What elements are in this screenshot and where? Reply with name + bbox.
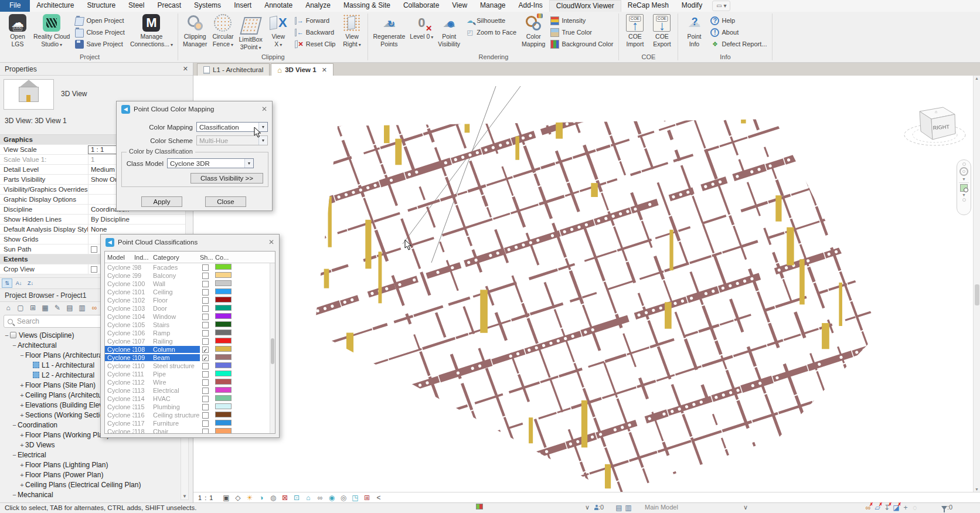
show-checkbox[interactable] bbox=[202, 305, 209, 312]
ribbon-button-view-right[interactable]: ViewRight▾ bbox=[338, 12, 365, 47]
expander-icon[interactable]: + bbox=[19, 412, 25, 419]
browser-views-icon[interactable]: ▥ bbox=[77, 303, 87, 313]
horizontal-scrollbar[interactable] bbox=[422, 493, 973, 502]
ribbon-button-coe-export[interactable]: ↓COECOEExport bbox=[648, 12, 675, 47]
select-pinned-icon[interactable]: ↧✗ bbox=[882, 504, 891, 512]
menu-item-view[interactable]: View bbox=[445, 0, 474, 12]
close-icon[interactable]: ✕ bbox=[322, 66, 327, 74]
classification-row[interactable]: Cyclone 3...114HVAC bbox=[105, 395, 275, 403]
ribbon-button-color-mapping[interactable]: ColorMapping bbox=[519, 12, 547, 47]
menu-item-annotate[interactable]: Annotate bbox=[258, 0, 299, 12]
ribbon-button-true-color[interactable]: True Color bbox=[547, 26, 616, 38]
browser-box-icon[interactable]: ▢ bbox=[15, 303, 26, 313]
ribbon-button-level-0[interactable]: 0✕Level 0▾ bbox=[407, 12, 435, 40]
browser-home-icon[interactable]: ⌂ bbox=[3, 303, 13, 313]
menu-item-manage[interactable]: Manage bbox=[474, 0, 512, 12]
menu-item-insert[interactable]: Insert bbox=[227, 0, 258, 12]
show-checkbox[interactable] bbox=[202, 420, 209, 427]
view-scale-button[interactable]: 1 : 1 bbox=[198, 494, 213, 501]
show-checkbox[interactable] bbox=[202, 322, 209, 328]
checkbox[interactable] bbox=[91, 246, 97, 253]
menu-item-add-ins[interactable]: Add-Ins bbox=[512, 0, 549, 12]
menu-item-file[interactable]: File bbox=[0, 0, 30, 12]
close-icon[interactable]: ✕ bbox=[261, 105, 267, 113]
color-swatch[interactable] bbox=[215, 379, 232, 385]
color-swatch[interactable] bbox=[215, 428, 232, 434]
show-checkbox[interactable] bbox=[202, 363, 209, 369]
color-swatch[interactable] bbox=[215, 395, 232, 401]
show-checkbox[interactable] bbox=[202, 412, 209, 419]
expander-icon[interactable]: − bbox=[11, 491, 18, 498]
spinner-icon[interactable]: ◌ bbox=[910, 504, 920, 512]
filter-icon[interactable]: :0 bbox=[941, 504, 952, 511]
classification-row[interactable]: Cyclone 3...105Stairs bbox=[105, 321, 275, 329]
design-options-icon[interactable]: ▤ bbox=[614, 504, 624, 512]
show-checkbox[interactable] bbox=[202, 346, 209, 353]
menu-item-systems[interactable]: Systems bbox=[188, 0, 227, 12]
color-swatch[interactable] bbox=[215, 329, 232, 335]
tree-item-floor-plans-power-plan[interactable]: +Floor Plans (Power Plan) bbox=[0, 470, 179, 480]
reveal-hidden-icon[interactable]: ∞ bbox=[314, 493, 325, 502]
classification-row[interactable]: Cyclone 3...109Beam bbox=[105, 354, 275, 362]
tree-item-ceiling-plans-electrical-ceiling-plan[interactable]: +Ceiling Plans (Electrical Ceiling Plan) bbox=[0, 480, 179, 490]
ribbon-button-defect-report[interactable]: ❖Defect Report... bbox=[707, 38, 770, 50]
active-design-option-select[interactable]: Main Model bbox=[645, 504, 678, 511]
ribbon-button-clipping-manager[interactable]: ClippingManager bbox=[181, 12, 209, 47]
navigation-bar[interactable]: ▼ ▼ bbox=[957, 159, 971, 215]
expander-icon[interactable]: − bbox=[11, 451, 18, 458]
sun-settings-icon[interactable]: ☀ bbox=[244, 493, 255, 502]
color-swatch[interactable] bbox=[215, 371, 232, 376]
menu-item-analyze[interactable]: Analyze bbox=[299, 0, 337, 12]
color-swatch[interactable] bbox=[215, 412, 232, 417]
unlocked-view-icon[interactable]: ⌂ bbox=[302, 493, 314, 502]
ribbon-options-icon[interactable]: ▭ ▾ bbox=[712, 1, 730, 11]
ribbon-button-view-x[interactable]: XViewX▾ bbox=[265, 12, 292, 47]
color-swatch[interactable] bbox=[215, 354, 232, 360]
sort-descending-icon[interactable]: Z↓ bbox=[25, 278, 36, 288]
ribbon-button-circular-fence[interactable]: CircularFence▾ bbox=[209, 12, 236, 47]
classification-row[interactable]: Cyclone 3...102Floor bbox=[105, 296, 275, 304]
color-swatch[interactable] bbox=[215, 305, 232, 311]
ribbon-button-limitbox-3point[interactable]: LimitBox3Point▾ bbox=[236, 12, 264, 50]
color-swatch[interactable] bbox=[215, 338, 232, 344]
menu-item-precast[interactable]: Precast bbox=[151, 0, 188, 12]
browser-link-icon[interactable]: ∞ bbox=[89, 303, 100, 313]
show-crop-region-icon[interactable]: ▣ bbox=[220, 493, 232, 502]
expander-icon[interactable]: + bbox=[19, 402, 25, 409]
tab-l1-architectural[interactable]: L1 - Architectural bbox=[197, 63, 270, 76]
chevron-down-icon[interactable]: ▼ bbox=[962, 193, 966, 197]
expander-icon[interactable]: + bbox=[19, 471, 25, 478]
worksets-chevron-icon[interactable]: ∨ bbox=[585, 504, 590, 511]
show-checkbox[interactable] bbox=[202, 297, 209, 304]
shadows-icon[interactable]: ◑ bbox=[256, 493, 267, 502]
ribbon-button-open-project[interactable]: Open Project bbox=[72, 15, 127, 26]
show-checkbox[interactable] bbox=[202, 429, 209, 434]
classification-row[interactable]: Cyclone 3...108Column bbox=[105, 345, 275, 354]
expander-icon[interactable]: + bbox=[19, 382, 25, 389]
expander-icon[interactable]: + bbox=[19, 481, 25, 488]
browser-sheet-icon[interactable]: ▤ bbox=[64, 303, 75, 313]
ribbon-button-about[interactable]: !About bbox=[707, 26, 770, 38]
expander-icon[interactable]: + bbox=[19, 392, 25, 399]
classification-row[interactable]: Cyclone 3...106Ramp bbox=[105, 329, 275, 337]
ribbon-button-silhouette[interactable]: ☁✎Silhouette bbox=[462, 15, 519, 26]
tab-3d-view-1[interactable]: ⌂ 3D View 1 ✕ bbox=[271, 63, 334, 76]
constraints-icon[interactable]: ⊞ bbox=[361, 493, 372, 502]
property-row-default-analysis-display-style[interactable]: Default Analysis Display StyleNone bbox=[0, 225, 185, 235]
render-icon[interactable]: ◍ bbox=[267, 493, 278, 502]
show-checkbox[interactable] bbox=[202, 289, 209, 295]
crop-region-visible-icon[interactable]: ⊡ bbox=[291, 493, 302, 502]
menu-item-steel[interactable]: Steel bbox=[122, 0, 151, 12]
show-checkbox[interactable] bbox=[202, 314, 209, 320]
classification-row[interactable]: Cyclone 3...112Wire bbox=[105, 378, 275, 386]
main-model-icon[interactable]: ▥ bbox=[624, 504, 633, 512]
ribbon-button-save-project[interactable]: Save Project bbox=[72, 38, 127, 50]
column-color[interactable]: Co... bbox=[215, 254, 235, 261]
collapse-icon[interactable]: < bbox=[373, 493, 384, 502]
tree-item-electrical[interactable]: −Electrical bbox=[0, 450, 179, 460]
property-value[interactable]: None bbox=[88, 225, 185, 234]
browser-annotation-icon[interactable]: ✎ bbox=[52, 303, 63, 313]
dialog-title-bar[interactable]: ◀ Point Cloud Color Mapping ✕ bbox=[117, 101, 272, 117]
expander-icon[interactable]: + bbox=[19, 461, 25, 468]
color-swatch[interactable] bbox=[215, 313, 232, 319]
